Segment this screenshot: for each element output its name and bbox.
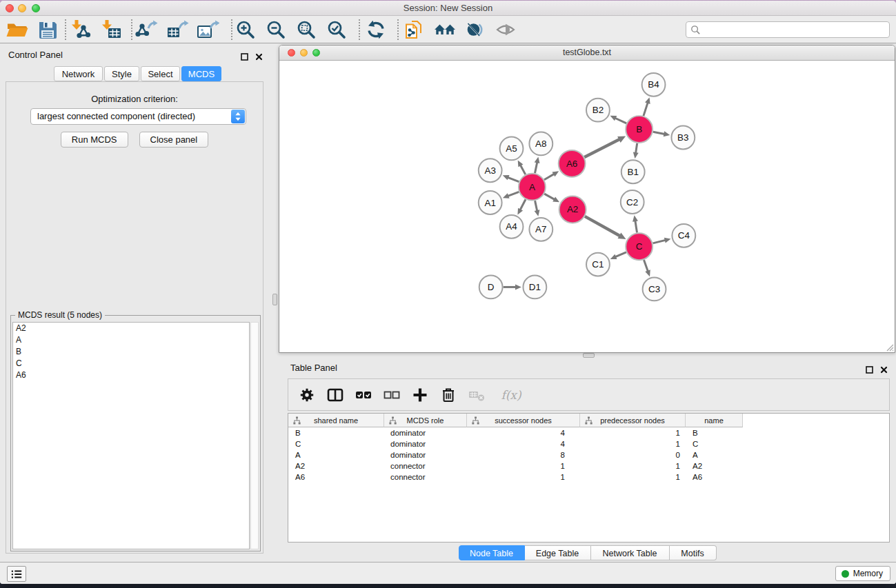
- tab-edge-table[interactable]: Edge Table: [525, 545, 591, 560]
- refresh-network-icon[interactable]: [364, 19, 388, 40]
- column-header-name[interactable]: name: [686, 414, 743, 427]
- edge-A-A1[interactable]: [503, 192, 519, 198]
- result-list-scrollbar[interactable]: [250, 322, 259, 549]
- edge-A2-C[interactable]: [585, 216, 626, 239]
- show-graphics-details-icon[interactable]: [494, 19, 517, 40]
- float-table-panel-icon[interactable]: [866, 364, 873, 372]
- network-canvas[interactable]: B4B2BB3B1A5A8A6A3AA1A2C2A4A7C4CC1C3DD1: [279, 61, 895, 352]
- graph-node-B1[interactable]: B1: [621, 160, 645, 183]
- edge-D-D1[interactable]: [504, 284, 521, 290]
- import-table-icon[interactable]: [99, 19, 123, 40]
- graph-node-C[interactable]: C: [626, 233, 653, 260]
- zoom-window-button[interactable]: [32, 4, 40, 12]
- table-row[interactable]: Adominator80A: [288, 449, 889, 460]
- table-row[interactable]: Bdominator41B: [288, 427, 889, 438]
- memory-button[interactable]: Memory: [835, 566, 890, 581]
- column-header-mcds-role[interactable]: MCDS role: [384, 414, 467, 427]
- edge-A-A5[interactable]: [518, 161, 526, 175]
- edge-B-B2[interactable]: [610, 116, 627, 123]
- graph-node-B[interactable]: B: [626, 116, 653, 143]
- add-column-icon[interactable]: [411, 386, 429, 404]
- graph-node-B4[interactable]: B4: [642, 73, 666, 97]
- edge-C-C2[interactable]: [633, 215, 638, 232]
- result-item[interactable]: A6: [13, 369, 249, 381]
- graph-node-A1[interactable]: A1: [479, 191, 502, 214]
- graph-node-D[interactable]: D: [479, 276, 503, 299]
- criterion-select[interactable]: largest connected component (directed): [30, 108, 246, 125]
- edge-C-C3[interactable]: [644, 260, 650, 276]
- edge-B-B1[interactable]: [633, 143, 639, 159]
- table-settings-icon[interactable]: [298, 386, 316, 404]
- hide-annotations-icon[interactable]: [464, 19, 487, 40]
- graph-node-C1[interactable]: C1: [586, 253, 610, 276]
- edge-A-A6[interactable]: [544, 171, 559, 179]
- tab-node-table[interactable]: Node Table: [459, 545, 525, 560]
- network-minimize-button[interactable]: [300, 49, 308, 57]
- result-item[interactable]: B: [13, 346, 249, 358]
- tab-mcds[interactable]: MCDS: [181, 66, 221, 81]
- result-item[interactable]: C: [13, 358, 249, 369]
- tab-network[interactable]: Network: [54, 66, 103, 81]
- edge-C-C4[interactable]: [653, 238, 670, 243]
- panel-list-button[interactable]: [7, 566, 26, 582]
- edge-A6-B[interactable]: [584, 136, 626, 157]
- mcds-result-list[interactable]: A2ABCA6: [12, 322, 250, 549]
- graph-node-A2[interactable]: A2: [559, 196, 586, 223]
- select-all-rows-icon[interactable]: [355, 386, 372, 404]
- save-session-icon[interactable]: [36, 19, 59, 40]
- edge-A-A8[interactable]: [535, 156, 540, 173]
- table-row[interactable]: Cdominator41C: [288, 438, 889, 449]
- zoom-selected-icon[interactable]: [326, 19, 349, 40]
- edge-C-C1[interactable]: [610, 252, 626, 259]
- column-header-successor-nodes[interactable]: successor nodes: [467, 414, 580, 427]
- graph-node-B2[interactable]: B2: [586, 99, 610, 122]
- graph-node-A[interactable]: A: [519, 174, 546, 201]
- app-titlebar[interactable]: Session: New Session: [0, 1, 896, 16]
- delete-columns-icon[interactable]: [439, 386, 457, 404]
- zoom-in-icon[interactable]: [235, 19, 258, 40]
- graph-node-B3[interactable]: B3: [671, 126, 695, 150]
- column-header-shared-name[interactable]: shared name: [288, 414, 384, 427]
- graph-node-A7[interactable]: A7: [529, 218, 552, 241]
- network-close-button[interactable]: [288, 49, 295, 57]
- export-network-icon[interactable]: [135, 19, 159, 40]
- result-item[interactable]: A2: [13, 323, 249, 334]
- edge-A-A4[interactable]: [517, 199, 526, 214]
- graph-node-C2[interactable]: C2: [621, 190, 644, 214]
- search-box[interactable]: [686, 21, 890, 38]
- graph-node-C4[interactable]: C4: [672, 224, 695, 247]
- duplicate-network-icon[interactable]: [403, 19, 426, 40]
- deselect-all-rows-icon[interactable]: [383, 386, 401, 404]
- float-panel-icon[interactable]: [241, 51, 248, 59]
- graph-node-A4[interactable]: A4: [500, 215, 524, 239]
- graph-node-A6[interactable]: A6: [559, 150, 586, 177]
- edge-A-A2[interactable]: [544, 194, 559, 202]
- tab-select[interactable]: Select: [141, 66, 180, 81]
- home-pair-icon[interactable]: [433, 19, 457, 40]
- tab-style[interactable]: Style: [104, 66, 139, 81]
- close-panel-icon[interactable]: [255, 51, 263, 59]
- network-zoom-button[interactable]: [312, 49, 320, 57]
- graph-node-D1[interactable]: D1: [523, 276, 546, 299]
- result-item[interactable]: A: [13, 334, 249, 346]
- export-table-icon[interactable]: [166, 19, 189, 40]
- network-window-titlebar[interactable]: testGlobe.txt: [279, 45, 895, 61]
- graph-node-A5[interactable]: A5: [500, 136, 524, 160]
- column-header-predecessor-nodes[interactable]: predecessor nodes: [580, 414, 686, 427]
- horizontal-splitter-grip[interactable]: [583, 353, 595, 358]
- edge-B-B4[interactable]: [644, 97, 650, 116]
- edge-A-A7[interactable]: [535, 201, 540, 216]
- split-panel-icon[interactable]: [326, 386, 344, 404]
- minimize-window-button[interactable]: [18, 4, 26, 12]
- vertical-splitter-grip[interactable]: [272, 294, 277, 305]
- table-row[interactable]: A6connector11A6: [288, 472, 889, 483]
- tab-motifs[interactable]: Motifs: [670, 545, 717, 560]
- export-image-icon[interactable]: [196, 19, 219, 40]
- edge-B-B3[interactable]: [653, 131, 670, 136]
- table-row[interactable]: A2connector11A2: [288, 460, 889, 472]
- run-mcds-button[interactable]: Run MCDS: [61, 132, 128, 148]
- edge-A-A3[interactable]: [503, 175, 519, 182]
- open-session-icon[interactable]: [6, 19, 29, 40]
- graph-node-C3[interactable]: C3: [643, 278, 666, 301]
- graph-node-A8[interactable]: A8: [529, 132, 552, 156]
